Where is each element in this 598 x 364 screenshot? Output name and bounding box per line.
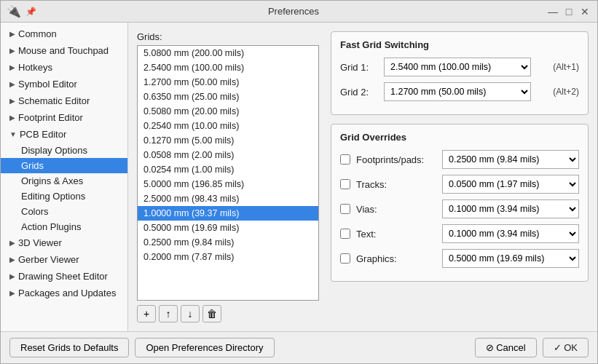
sidebar-item-schematic-editor[interactable]: ▶Schematic Editor <box>1 92 127 109</box>
override-select-text[interactable]: 0.1000 mm (3.94 mils) <box>442 224 579 243</box>
chevron-icon: ▶ <box>9 289 15 297</box>
grid-item[interactable]: 0.1270 mm (5.00 mils) <box>138 133 318 148</box>
grid-item[interactable]: 0.2000 mm (7.87 mils) <box>138 250 318 264</box>
chevron-icon: ▶ <box>9 272 15 280</box>
sidebar-item-common[interactable]: ▶Common <box>1 25 127 42</box>
chevron-icon: ▶ <box>9 63 15 71</box>
sidebar-item-label: PCB Editor <box>20 129 66 140</box>
override-checkbox-text[interactable] <box>340 229 350 239</box>
close-button[interactable]: ✕ <box>578 5 591 18</box>
override-select-tracks[interactable]: 0.0500 mm (1.97 mils) <box>442 175 579 194</box>
app-logo: 🔌 <box>7 4 21 18</box>
grid-item[interactable]: 2.5000 mm (98.43 mils) <box>138 191 318 206</box>
preferences-window: 🔌 📌 Preferences — □ ✕ ▶Common▶Mouse and … <box>0 0 598 364</box>
sidebar-item-label: 3D Viewer <box>18 237 62 248</box>
open-preferences-button[interactable]: Open Preferences Directory <box>135 338 274 357</box>
grid-item[interactable]: 0.2540 mm (10.00 mils) <box>138 119 318 133</box>
grid-item[interactable]: 0.5080 mm (20.00 mils) <box>138 104 318 119</box>
grid-item[interactable]: 5.0800 mm (200.00 mils) <box>138 46 318 60</box>
sidebar-item-label: Schematic Editor <box>18 95 90 106</box>
titlebar: 🔌 📌 Preferences — □ ✕ <box>1 1 597 23</box>
grid2-label: Grid 2: <box>340 87 378 98</box>
override-label-graphics: Graphics: <box>356 253 436 264</box>
footer-left: Reset Grids to Defaults Open Preferences… <box>9 338 469 357</box>
chevron-icon: ▶ <box>9 30 15 38</box>
sidebar-item-display-options[interactable]: Display Options <box>1 143 127 158</box>
sidebar-item-grids[interactable]: Grids <box>1 158 127 173</box>
grid-overrides-title: Grid Overrides <box>340 132 579 143</box>
grid1-select[interactable]: 2.5400 mm (100.00 mils) <box>384 58 531 76</box>
grid-item[interactable]: 0.2500 mm (9.84 mils) <box>138 235 318 250</box>
pin-icon: 📌 <box>25 7 36 17</box>
sidebar-item-origins-axes[interactable]: Origins & Axes <box>1 173 127 189</box>
grid2-hint: (Alt+2) <box>537 87 579 97</box>
override-select-footprints-pads[interactable]: 0.2500 mm (9.84 mils) <box>442 150 579 169</box>
override-label-tracks: Tracks: <box>356 179 436 190</box>
sidebar-item-footprint-editor[interactable]: ▶Footprint Editor <box>1 109 127 126</box>
sidebar-item-label: Packages and Updates <box>18 288 116 298</box>
maximize-button[interactable]: □ <box>562 5 575 18</box>
fast-grid-title: Fast Grid Switching <box>340 39 579 50</box>
grid-item[interactable]: 5.0000 mm (196.85 mils) <box>138 177 318 191</box>
grid2-select[interactable]: 1.2700 mm (50.00 mils) <box>384 82 531 101</box>
move-up-button[interactable]: ↑ <box>159 305 178 323</box>
delete-grid-button[interactable]: 🗑 <box>202 305 221 323</box>
sidebar-item-pcb-editor[interactable]: ▼PCB Editor <box>1 126 127 143</box>
override-checkbox-footprints-pads[interactable] <box>340 154 350 165</box>
sidebar-item-label: Common <box>18 28 57 39</box>
override-checkbox-vias[interactable] <box>340 204 350 214</box>
main-panel: Grids: 5.0800 mm (200.00 mils)2.5400 mm … <box>128 23 597 331</box>
override-row-graphics: Graphics:0.5000 mm (19.69 mils) <box>340 249 579 268</box>
ok-button[interactable]: ✓ OK <box>543 338 589 357</box>
sidebar-item-label: Symbol Editor <box>18 79 77 90</box>
grid1-row: Grid 1: 2.5400 mm (100.00 mils) (Alt+1) <box>340 58 579 76</box>
grid-overrides-section: Grid Overrides Footprints/pads:0.2500 mm… <box>331 124 589 282</box>
grid-item[interactable]: 1.0000 mm (39.37 mils) <box>138 206 318 221</box>
override-row-text: Text:0.1000 mm (3.94 mils) <box>340 224 579 243</box>
grids-label: Grids: <box>137 31 319 42</box>
sidebar-item-label: Mouse and Touchpad <box>18 45 109 56</box>
override-row-vias: Vias:0.1000 mm (3.94 mils) <box>340 199 579 218</box>
reset-grids-button[interactable]: Reset Grids to Defaults <box>9 338 129 357</box>
grid-item[interactable]: 0.5000 mm (19.69 mils) <box>138 221 318 235</box>
grids-toolbar: + ↑ ↓ 🗑 <box>137 305 319 323</box>
sidebar-item-3d-viewer[interactable]: ▶3D Viewer <box>1 234 127 251</box>
cancel-button[interactable]: ⊘ Cancel <box>475 338 537 357</box>
chevron-icon: ▶ <box>9 97 15 105</box>
sidebar-item-colors[interactable]: Colors <box>1 204 127 219</box>
overrides-container: Footprints/pads:0.2500 mm (9.84 mils)Tra… <box>340 150 579 268</box>
grid-item[interactable]: 1.2700 mm (50.00 mils) <box>138 75 318 90</box>
grid-item[interactable]: 0.0508 mm (2.00 mils) <box>138 148 318 162</box>
sidebar-item-gerber-viewer[interactable]: ▶Gerber Viewer <box>1 251 127 268</box>
add-grid-button[interactable]: + <box>137 305 156 323</box>
sidebar-item-label: Drawing Sheet Editor <box>18 271 108 282</box>
chevron-icon: ▶ <box>9 256 15 264</box>
sidebar-item-action-plugins[interactable]: Action Plugins <box>1 219 127 234</box>
sidebar-item-packages-updates[interactable]: ▶Packages and Updates <box>1 285 127 301</box>
move-down-button[interactable]: ↓ <box>181 305 200 323</box>
override-checkbox-graphics[interactable] <box>340 253 350 264</box>
chevron-icon: ▶ <box>9 239 15 247</box>
override-select-graphics[interactable]: 0.5000 mm (19.69 mils) <box>442 249 579 268</box>
chevron-icon: ▶ <box>9 47 15 55</box>
fast-grid-switching-section: Fast Grid Switching Grid 1: 2.5400 mm (1… <box>331 31 589 115</box>
right-panel: Fast Grid Switching Grid 1: 2.5400 mm (1… <box>331 31 589 323</box>
footer: Reset Grids to Defaults Open Preferences… <box>1 331 597 363</box>
sidebar-item-mouse-touchpad[interactable]: ▶Mouse and Touchpad <box>1 42 127 59</box>
sidebar-item-label: Gerber Viewer <box>18 254 79 265</box>
override-checkbox-tracks[interactable] <box>340 179 350 189</box>
override-select-vias[interactable]: 0.1000 mm (3.94 mils) <box>442 199 579 218</box>
sidebar-item-symbol-editor[interactable]: ▶Symbol Editor <box>1 76 127 92</box>
footer-right: ⊘ Cancel ✓ OK <box>475 338 589 357</box>
grid-item[interactable]: 0.6350 mm (25.00 mils) <box>138 90 318 104</box>
window-controls: — □ ✕ <box>546 5 591 18</box>
grid-item[interactable]: 0.0254 mm (1.00 mils) <box>138 162 318 177</box>
minimize-button[interactable]: — <box>546 5 559 18</box>
sidebar-item-editing-options[interactable]: Editing Options <box>1 189 127 204</box>
grid1-hint: (Alt+1) <box>537 62 579 72</box>
override-label-footprints-pads: Footprints/pads: <box>356 154 436 165</box>
sidebar-item-drawing-sheet-editor[interactable]: ▶Drawing Sheet Editor <box>1 268 127 285</box>
grids-list[interactable]: 5.0800 mm (200.00 mils)2.5400 mm (100.00… <box>137 45 319 301</box>
sidebar-item-hotkeys[interactable]: ▶Hotkeys <box>1 59 127 76</box>
grid-item[interactable]: 2.5400 mm (100.00 mils) <box>138 60 318 75</box>
